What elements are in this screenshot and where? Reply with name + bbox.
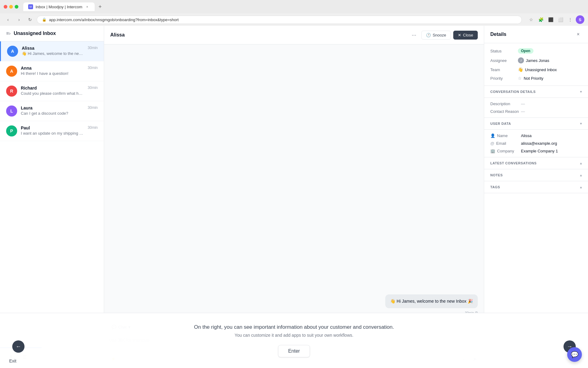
- notes-chevron: ▴: [580, 173, 582, 177]
- browser-titlebar: M Inbox | Moodjoy | Intercom × +: [0, 0, 588, 13]
- conversation-name-laura: Laura: [21, 105, 84, 110]
- conversation-details-title: CONVERSATION DETAILS: [490, 90, 580, 94]
- sidebar-menu-icon[interactable]: ≡›: [6, 31, 11, 36]
- conversation-time-alissa: 30min: [88, 46, 98, 50]
- panel-title: Details: [490, 32, 575, 37]
- overlay-prev-button[interactable]: ←: [12, 340, 24, 353]
- minimize-window-dot[interactable]: [9, 5, 13, 9]
- browser-toolbar-icons: ☆ 🧩 ⬛ ⬜ ⋮ S: [527, 15, 584, 24]
- message-bubble: 👋 Hi James, welcome to the new Inbox 🎉: [385, 294, 478, 308]
- intercom-extension-icon[interactable]: ⬛: [546, 15, 555, 24]
- status-value: Open: [518, 48, 533, 54]
- exit-button[interactable]: Exit: [9, 358, 16, 363]
- email-value: alissa@example.org: [521, 141, 557, 146]
- conversation-item-paul[interactable]: P Paul I want an update on my shipping d…: [0, 121, 104, 141]
- reload-button[interactable]: ↻: [26, 15, 34, 24]
- conversation-time-richard: 30min: [88, 86, 98, 90]
- tags-title: TAGS: [490, 185, 580, 189]
- conversation-item-richard[interactable]: R Richard Could you please confirm what …: [0, 81, 104, 101]
- team-value: 👋 Unassigned Inbox: [518, 67, 557, 72]
- tab-close-button[interactable]: ×: [85, 4, 90, 9]
- assignee-avatar: J: [518, 57, 524, 63]
- building-icon: 🏢: [490, 149, 495, 153]
- priority-row: Priority ☆ Not Priority: [490, 76, 582, 81]
- close-window-dot[interactable]: [4, 5, 7, 9]
- conversation-details-header[interactable]: CONVERSATION DETAILS ▾: [484, 86, 588, 98]
- user-data-chevron: ▾: [580, 121, 582, 126]
- conversation-preview-richard: Could you please confirm what happe...: [21, 91, 84, 96]
- snooze-label: Snooze: [433, 33, 446, 37]
- conversation-details-content: Description — Contact Reason —: [484, 98, 588, 118]
- panel-close-button[interactable]: ×: [575, 31, 582, 38]
- contact-reason-value: —: [521, 109, 525, 114]
- contact-reason-label: Contact Reason: [490, 109, 521, 114]
- user-data-title: USER DATA: [490, 122, 580, 125]
- address-bar[interactable]: 🔒 app.intercom.com/a/inbox/nnsgmgob/onbo…: [37, 16, 522, 24]
- address-url: app.intercom.com/a/inbox/nnsgmgob/onboar…: [49, 17, 179, 22]
- conversation-item-laura[interactable]: L Laura Can I get a discount code? 30min: [0, 101, 104, 121]
- panel-main-details: Status Open Assignee J James Jonas Team …: [484, 43, 588, 86]
- conversation-time-laura: 30min: [88, 105, 98, 110]
- conversation-preview-alissa: 👋 Hi James, welcome to the new Inb...: [22, 51, 84, 56]
- assignee-name[interactable]: James Jonas: [526, 58, 549, 63]
- status-badge[interactable]: Open: [518, 48, 533, 54]
- latest-conversations-header[interactable]: LATEST CONVERSATIONS ▴: [484, 157, 588, 169]
- extensions-icon[interactable]: 🧩: [537, 15, 545, 24]
- priority-text[interactable]: Not Priority: [524, 76, 543, 81]
- conversation-name-alissa: Alissa: [22, 46, 84, 51]
- browser-toolbar: ‹ › ↻ 🔒 app.intercom.com/a/inbox/nnsgmgo…: [0, 13, 588, 26]
- new-tab-button[interactable]: +: [96, 2, 104, 11]
- company-label: 🏢 Company: [490, 149, 521, 153]
- email-row: @ Email alissa@example.org: [490, 141, 582, 146]
- dashlane-icon[interactable]: ⬜: [556, 15, 565, 24]
- snooze-button[interactable]: 🕐 Snooze: [421, 31, 451, 40]
- browser-chrome: M Inbox | Moodjoy | Intercom × + ‹ › ↻ 🔒…: [0, 0, 588, 26]
- assignee-label: Assignee: [490, 58, 518, 63]
- maximize-window-dot[interactable]: [15, 5, 18, 9]
- overlay-navigation: ← →: [12, 340, 576, 353]
- profile-icon[interactable]: S: [576, 15, 584, 24]
- name-value: Alissa: [521, 133, 532, 138]
- team-name[interactable]: Unassigned Inbox: [525, 67, 557, 72]
- status-label: Status: [490, 49, 518, 53]
- conversation-content-richard: Richard Could you please confirm what ha…: [21, 86, 84, 96]
- team-emoji: 👋: [518, 67, 523, 72]
- snooze-icon: 🕐: [426, 33, 431, 37]
- forward-button[interactable]: ›: [15, 15, 23, 24]
- back-button[interactable]: ‹: [4, 15, 12, 24]
- conversation-content-paul: Paul I want an update on my shipping dat…: [21, 125, 84, 136]
- chat-header: Alissa ··· 🕐 Snooze ✕ Close: [104, 26, 484, 44]
- active-tab[interactable]: M Inbox | Moodjoy | Intercom ×: [23, 2, 95, 11]
- overlay-primary-text: On the right, you can see important info…: [194, 324, 394, 330]
- user-data-content: 👤 Name Alissa @ Email alissa@example.org…: [484, 130, 588, 157]
- close-button[interactable]: ✕ Close: [453, 31, 478, 40]
- email-icon: @: [490, 141, 494, 146]
- priority-label: Priority: [490, 76, 518, 81]
- avatar-paul: P: [6, 125, 17, 136]
- notes-header[interactable]: NOTES ▴: [484, 169, 588, 181]
- team-label: Team: [490, 67, 518, 72]
- bookmark-icon[interactable]: ☆: [527, 15, 535, 24]
- conversation-item-anna[interactable]: A Anna Hi there! I have a question! 30mi…: [0, 61, 104, 81]
- panel-header: Details ×: [484, 26, 588, 43]
- avatar-richard: R: [6, 86, 17, 97]
- user-data-header[interactable]: USER DATA ▾: [484, 118, 588, 130]
- overlay-secondary-text: You can customize it and add apps to sui…: [235, 333, 353, 338]
- conversation-item-alissa[interactable]: A Alissa 👋 Hi James, welcome to the new …: [0, 41, 104, 61]
- chat-widget-button[interactable]: 💬: [567, 347, 582, 362]
- avatar-laura: L: [6, 105, 17, 117]
- assignee-row: Assignee J James Jonas: [490, 57, 582, 63]
- security-lock-icon: 🔒: [42, 17, 47, 22]
- message-group: 👋 Hi James, welcome to the new Inbox 🎉 3…: [110, 294, 478, 315]
- onboarding-overlay: On the right, you can see important info…: [0, 313, 588, 368]
- conversation-content-alissa: Alissa 👋 Hi James, welcome to the new In…: [22, 46, 84, 56]
- chat-more-button[interactable]: ···: [409, 30, 419, 40]
- conversation-preview-paul: I want an update on my shipping dates.: [21, 131, 84, 136]
- company-value: Example Company 1: [521, 149, 558, 153]
- tags-header[interactable]: TAGS ▴: [484, 181, 588, 193]
- browser-tabs: M Inbox | Moodjoy | Intercom × +: [23, 2, 104, 11]
- email-label: @ Email: [490, 141, 521, 146]
- conversation-content-anna: Anna Hi there! I have a question!: [21, 66, 84, 76]
- menu-icon[interactable]: ⋮: [566, 15, 575, 24]
- conversation-content-laura: Laura Can I get a discount code?: [21, 105, 84, 116]
